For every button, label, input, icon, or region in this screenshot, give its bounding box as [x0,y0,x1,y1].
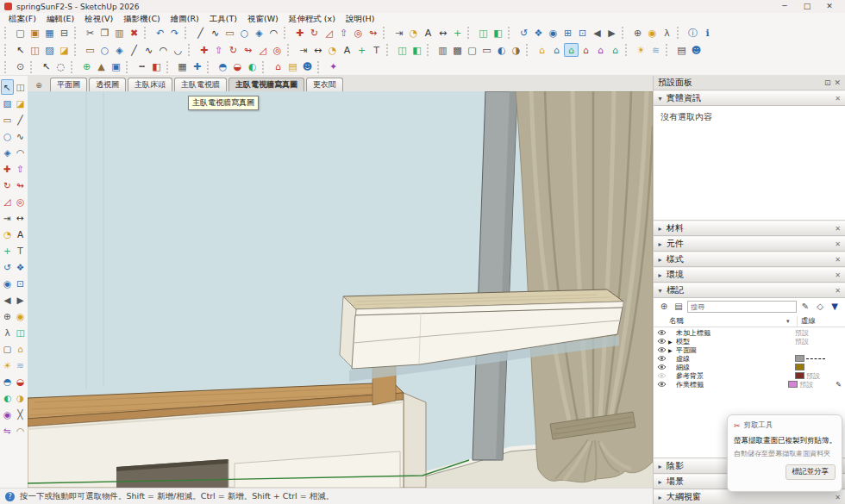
solid-intersect-icon[interactable]: ◑ [14,390,27,406]
axes-icon[interactable]: + [1,243,14,258]
visibility-eye-icon[interactable] [657,355,668,362]
right-view-icon[interactable]: ⌂ [579,43,593,57]
markup-share-button[interactable]: 標記並分享 [786,464,836,480]
snap-icon[interactable]: ✚ [190,60,204,74]
axes-icon[interactable]: + [354,43,369,57]
arc-icon[interactable]: ◠ [266,26,281,40]
redo-icon[interactable]: ↷ [167,26,182,40]
pan-icon[interactable]: ❖ [531,26,546,40]
shadows-icon[interactable]: ☀ [1,358,14,373]
follow-me-icon[interactable]: ↬ [14,177,27,193]
section-close-icon[interactable]: ✕ [835,256,841,264]
solid-union-icon[interactable]: ◓ [1,374,14,389]
move-icon[interactable]: ✚ [1,161,14,177]
section-close-icon[interactable]: ✕ [835,225,841,233]
copy-icon[interactable]: ❐ [97,26,112,40]
section-arrow-icon[interactable]: ▸ [654,240,667,248]
tag-dashes-cell[interactable] [795,364,842,370]
tag-row[interactable]: 細線 [654,363,845,371]
iso-view-icon[interactable]: ⌂ [14,341,27,357]
freehand-icon[interactable]: ∿ [208,26,222,40]
lasso-icon[interactable]: ◌ [53,60,68,74]
offset-icon[interactable]: ◎ [270,43,285,57]
scene-tab[interactable]: 主臥電視牆 [174,78,227,91]
protractor-icon[interactable]: ◔ [325,43,340,57]
tag-row[interactable]: ▶模型預設 [654,337,845,345]
tag-search-input[interactable] [687,301,797,313]
color-by-tag-icon[interactable]: ◧ [149,60,164,74]
section-plane-icon[interactable]: ◫ [476,26,491,40]
next-view-icon[interactable]: ▶ [604,26,619,40]
model-info-icon[interactable]: ⓘ [685,26,700,40]
panel-section-materials[interactable]: ▸材料✕ [654,221,845,236]
close-icon[interactable]: ✕ [818,0,841,13]
select-icon[interactable]: ↖ [13,43,28,57]
left-view-icon[interactable]: ⌂ [608,43,623,57]
rotate-icon[interactable]: ↻ [226,43,241,57]
hide-rest-icon[interactable]: ▢ [1,341,14,357]
text-icon[interactable]: A [340,43,354,57]
section-plane-icon[interactable]: ◫ [14,325,27,340]
add-tag-folder-icon[interactable]: ▤ [673,301,685,313]
solid-subtract-icon[interactable]: ◒ [14,374,27,389]
cut-icon[interactable]: ✂ [83,26,97,40]
visibility-eye-icon[interactable] [657,338,668,345]
menu-item[interactable]: 說明(H) [341,13,380,24]
menu-item[interactable]: 視窗(W) [242,13,284,24]
tag-color-swatch[interactable] [795,355,804,362]
section-close-icon[interactable]: ✕ [835,240,841,248]
tray-pin-icon[interactable]: ⊡ [824,78,831,87]
solid-subtract-icon[interactable]: ◒ [230,60,245,74]
follow-me-icon[interactable]: ↬ [241,43,255,57]
make-component-icon[interactable]: ◫ [28,43,42,57]
look-around-icon[interactable]: ◉ [645,26,660,40]
menu-item[interactable]: 檔案(F) [3,13,41,24]
outer-shell-icon[interactable]: ◉ [1,407,14,422]
visibility-eye-icon[interactable] [657,346,668,353]
circle-icon[interactable]: ○ [237,26,252,40]
line-icon[interactable]: ╱ [193,26,208,40]
tape-measure-icon[interactable]: ⇥ [391,26,406,40]
push-pull-icon[interactable]: ⇧ [14,161,27,177]
visibility-eye-icon[interactable] [657,372,668,379]
tape-measure-icon[interactable]: ⇥ [296,43,310,57]
undo-icon[interactable]: ↶ [153,26,167,40]
rectangle-icon[interactable]: ▭ [1,112,14,128]
expand-caret-icon[interactable]: ▶ [668,339,676,345]
select-icon[interactable]: ↖ [1,79,14,95]
panel-section-entity[interactable]: ▾實體資訊✕ [654,90,845,106]
tags-column-dashes[interactable]: 虛線 [797,316,842,327]
tag-row[interactable]: 作業標籤預設✎ [654,380,845,389]
section-close-icon[interactable]: ✕ [835,271,841,279]
circle-icon[interactable]: ○ [97,43,112,57]
paint-bucket-icon[interactable]: ▨ [42,43,57,57]
section-arrow-icon[interactable]: ▸ [654,478,667,486]
menu-item[interactable]: 延伸程式 (x) [284,13,341,24]
shop-cart-icon[interactable]: ▤ [285,60,300,74]
export-report-icon[interactable]: ▤ [674,43,689,57]
freehand-icon[interactable]: ∿ [141,43,156,57]
tag-color-swatch[interactable] [795,372,804,379]
shaded-with-textures-icon[interactable]: ◑ [509,43,523,57]
back-view-icon[interactable]: ⌂ [593,43,608,57]
rotate-icon[interactable]: ↻ [307,26,322,40]
tag-row[interactable]: ▶平面圖 [654,345,845,354]
menu-item[interactable]: 工具(T) [204,13,242,24]
tray-close-icon[interactable]: ✕ [834,78,841,87]
arc-icon[interactable]: ◠ [14,145,27,160]
solid-trim-icon[interactable]: ◐ [1,390,14,406]
tag-dashes-cell[interactable]: 預設 [795,337,842,346]
sort-icon[interactable]: ▾ [786,318,797,325]
tag-row[interactable]: 未加上標籤預設 [654,328,845,337]
offset-icon[interactable]: ◎ [351,26,366,40]
scene-tab[interactable]: 主臥電視牆寫真圖 [228,78,304,91]
dimension-icon[interactable]: ↔ [14,210,27,226]
purge-tags-icon[interactable]: ◇ [814,301,826,313]
protractor-icon[interactable]: ◔ [1,227,14,242]
help-icon[interactable]: ? [5,492,15,501]
position-camera-icon[interactable]: ⊕ [1,308,14,324]
edit-pencil-icon[interactable]: ✎ [799,301,811,313]
previous-view-icon[interactable]: ◀ [1,292,14,308]
section-arrow-icon[interactable]: ▸ [654,225,667,233]
section-plane-icon[interactable]: ◫ [395,43,410,57]
